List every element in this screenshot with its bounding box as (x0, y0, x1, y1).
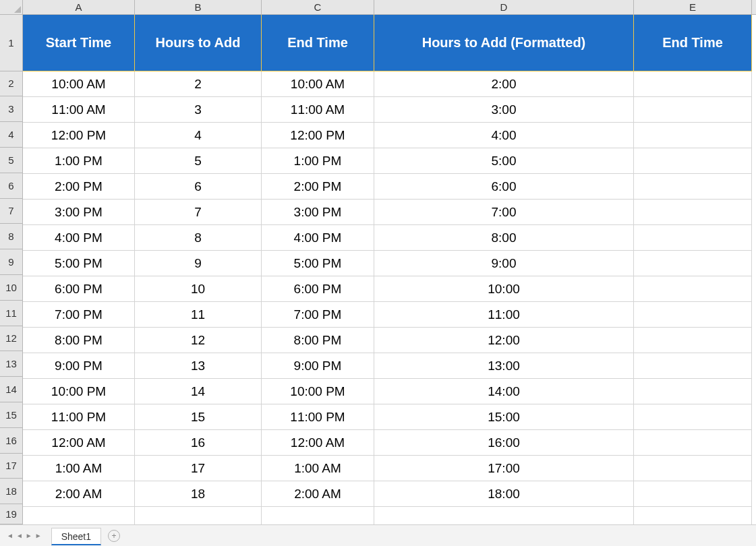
row-head-17[interactable]: 17 (0, 454, 22, 479)
row-head-14[interactable]: 14 (0, 377, 22, 402)
row-head-19[interactable]: 19 (0, 504, 22, 524)
tab-nav-last[interactable]: ► (35, 532, 42, 539)
cell-A17[interactable]: 1:00 AM (23, 456, 135, 481)
row-head-18[interactable]: 18 (0, 479, 22, 504)
cell-D16[interactable]: 16:00 (374, 430, 634, 456)
cell-A10[interactable]: 6:00 PM (23, 276, 135, 302)
cell-B14[interactable]: 14 (135, 379, 262, 404)
cell-E5[interactable] (634, 148, 752, 174)
cell-A18[interactable]: 2:00 AM (23, 481, 135, 507)
cell-B6[interactable]: 6 (135, 174, 262, 200)
cell-C10[interactable]: 6:00 PM (262, 276, 374, 302)
cell-C5[interactable]: 1:00 PM (262, 148, 374, 174)
row-head-2[interactable]: 2 (0, 71, 22, 97)
col-head-D[interactable]: D (374, 0, 634, 14)
cell-C18[interactable]: 2:00 AM (262, 481, 374, 507)
cell-E17[interactable] (634, 456, 752, 481)
cell-E10[interactable] (634, 276, 752, 302)
row-head-6[interactable]: 6 (0, 173, 22, 199)
cell-D15[interactable]: 15:00 (374, 404, 634, 430)
row-head-13[interactable]: 13 (0, 351, 22, 377)
row-head-9[interactable]: 9 (0, 249, 22, 275)
cell-D13[interactable]: 13:00 (374, 353, 634, 379)
cell-A13[interactable]: 9:00 PM (23, 353, 135, 379)
row-head-15[interactable]: 15 (0, 402, 22, 428)
cell-D6[interactable]: 6:00 (374, 174, 634, 200)
row-head-16[interactable]: 16 (0, 428, 22, 454)
row-head-7[interactable]: 7 (0, 199, 22, 224)
cell-C16[interactable]: 12:00 AM (262, 430, 374, 456)
cell-C6[interactable]: 2:00 PM (262, 174, 374, 200)
cell-D10[interactable]: 10:00 (374, 276, 634, 302)
cell-C7[interactable]: 3:00 PM (262, 200, 374, 225)
cell-D8[interactable]: 8:00 (374, 225, 634, 251)
row-head-4[interactable]: 4 (0, 122, 22, 148)
cell-E9[interactable] (634, 251, 752, 276)
cell-B3[interactable]: 3 (135, 97, 262, 123)
cell-E3[interactable] (634, 97, 752, 123)
cell-A19[interactable] (23, 507, 135, 524)
tab-nav-first[interactable]: ◄ (7, 532, 13, 539)
cell-B15[interactable]: 15 (135, 404, 262, 430)
cell-E13[interactable] (634, 353, 752, 379)
cell-C12[interactable]: 8:00 PM (262, 328, 374, 353)
cell-A14[interactable]: 10:00 PM (23, 379, 135, 404)
cell-B5[interactable]: 5 (135, 148, 262, 174)
cell-B11[interactable]: 11 (135, 302, 262, 328)
cell-B8[interactable]: 8 (135, 225, 262, 251)
tab-nav-next[interactable]: ► (26, 532, 32, 539)
cell-D5[interactable]: 5:00 (374, 148, 634, 174)
cell-E15[interactable] (634, 404, 752, 430)
row-head-1[interactable]: 1 (0, 15, 22, 71)
add-sheet-button[interactable]: + (108, 530, 120, 542)
cell-A5[interactable]: 1:00 PM (23, 148, 135, 174)
cell-C13[interactable]: 9:00 PM (262, 353, 374, 379)
cell-C9[interactable]: 5:00 PM (262, 251, 374, 276)
cell-E12[interactable] (634, 328, 752, 353)
cell-C14[interactable]: 10:00 PM (262, 379, 374, 404)
row-head-3[interactable]: 3 (0, 96, 22, 122)
cell-A8[interactable]: 4:00 PM (23, 225, 135, 251)
cell-D3[interactable]: 3:00 (374, 97, 634, 123)
cell-B9[interactable]: 9 (135, 251, 262, 276)
cell-C8[interactable]: 4:00 PM (262, 225, 374, 251)
header-cell-D1[interactable]: Hours to Add (Formatted) (374, 15, 634, 71)
cell-A9[interactable]: 5:00 PM (23, 251, 135, 276)
header-cell-E1[interactable]: End Time (634, 15, 752, 71)
cell-E14[interactable] (634, 379, 752, 404)
select-all-corner[interactable] (0, 0, 23, 15)
cell-E2[interactable] (634, 71, 752, 97)
col-head-A[interactable]: A (23, 0, 135, 14)
cell-D14[interactable]: 14:00 (374, 379, 634, 404)
cell-C3[interactable]: 11:00 AM (262, 97, 374, 123)
cell-A4[interactable]: 12:00 PM (23, 123, 135, 148)
cell-D7[interactable]: 7:00 (374, 200, 634, 225)
cell-E7[interactable] (634, 200, 752, 225)
cell-C4[interactable]: 12:00 PM (262, 123, 374, 148)
cell-D19[interactable] (374, 507, 634, 524)
cell-A15[interactable]: 11:00 PM (23, 404, 135, 430)
cell-B12[interactable]: 12 (135, 328, 262, 353)
cell-A3[interactable]: 11:00 AM (23, 97, 135, 123)
cell-B19[interactable] (135, 507, 262, 524)
cell-C15[interactable]: 11:00 PM (262, 404, 374, 430)
cell-D18[interactable]: 18:00 (374, 481, 634, 507)
cell-E8[interactable] (634, 225, 752, 251)
cell-D12[interactable]: 12:00 (374, 328, 634, 353)
cell-B17[interactable]: 17 (135, 456, 262, 481)
cell-D9[interactable]: 9:00 (374, 251, 634, 276)
row-head-12[interactable]: 12 (0, 326, 22, 352)
header-cell-C1[interactable]: End Time (262, 15, 374, 71)
cell-C11[interactable]: 7:00 PM (262, 302, 374, 328)
col-head-C[interactable]: C (262, 0, 374, 14)
cell-B10[interactable]: 10 (135, 276, 262, 302)
row-head-8[interactable]: 8 (0, 224, 22, 249)
cell-D4[interactable]: 4:00 (374, 123, 634, 148)
cell-B18[interactable]: 18 (135, 481, 262, 507)
cell-E18[interactable] (634, 481, 752, 507)
header-cell-B1[interactable]: Hours to Add (135, 15, 262, 71)
header-cell-A1[interactable]: Start Time (23, 15, 135, 71)
cell-E19[interactable] (634, 507, 752, 524)
cell-B4[interactable]: 4 (135, 123, 262, 148)
cell-A16[interactable]: 12:00 AM (23, 430, 135, 456)
